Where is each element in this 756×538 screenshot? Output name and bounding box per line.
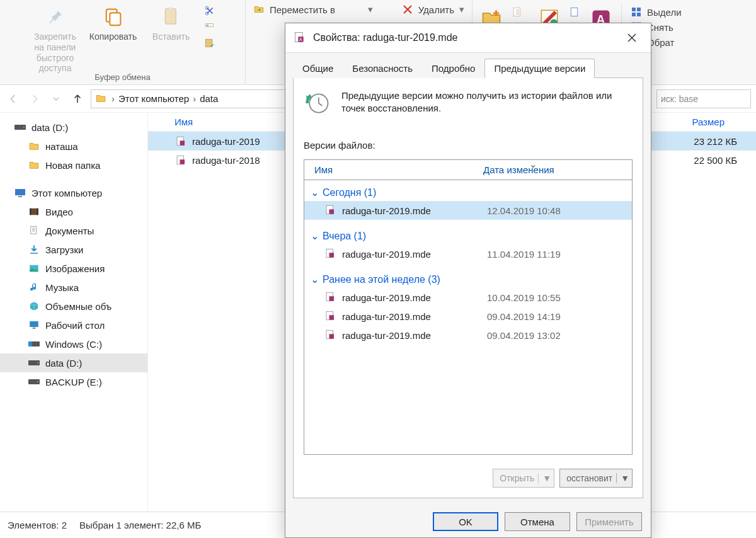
version-row[interactable]: raduga-tur-2019.mde 10.04.2019 10:55: [304, 288, 632, 307]
back-button[interactable]: [5, 91, 21, 107]
nav-music[interactable]: Музыка: [0, 278, 147, 297]
svg-rect-37: [31, 226, 37, 234]
version-date: 11.04.2019 11:19: [487, 249, 561, 260]
nav-data-d[interactable]: data (D:): [0, 118, 147, 137]
crumb-this-pc[interactable]: Этот компьютер: [118, 93, 189, 104]
chevron-down-icon: ⌄: [311, 186, 319, 198]
status-selected: Выбран 1 элемент: 22,6 МБ: [79, 520, 201, 530]
nav-3d-objects[interactable]: Объемные объ: [0, 297, 147, 316]
apply-button[interactable]: Применить: [576, 512, 642, 531]
version-row[interactable]: raduga-tur-2019.mde 09.04.2019 14:19: [304, 307, 632, 326]
select-all-icon: [631, 6, 642, 18]
restore-version-button[interactable]: осстановит▼: [559, 469, 633, 488]
nav-downloads[interactable]: Загрузки: [0, 240, 147, 259]
nav-new-folder[interactable]: Новая папка: [0, 156, 147, 175]
version-row[interactable]: raduga-tur-2019.mde 09.04.2019 13:02: [304, 326, 632, 345]
status-elements: Элементов: 2: [8, 520, 67, 530]
svg-rect-39: [30, 321, 38, 327]
paste-label: Вставить: [152, 31, 190, 42]
pictures-icon: [28, 262, 40, 275]
paste-icon: [162, 5, 181, 28]
chevron-down-icon[interactable]: ▾: [459, 4, 464, 15]
col-name[interactable]: Имя: [175, 117, 193, 127]
chevron-down-icon[interactable]: ▼: [616, 473, 629, 483]
search-input[interactable]: иск: base: [656, 89, 751, 108]
nav-data-d-2[interactable]: data (D:): [0, 353, 147, 372]
svg-rect-33: [18, 196, 22, 197]
close-button[interactable]: [618, 24, 646, 52]
open-version-button[interactable]: Открыть▼: [493, 469, 554, 488]
svg-rect-20: [632, 13, 636, 16]
copy-icon: [103, 5, 124, 28]
chevron-down-icon[interactable]: ▼: [538, 473, 551, 483]
version-date: 09.04.2019 14:19: [487, 311, 561, 322]
new-item-icon[interactable]: [512, 6, 523, 18]
select-all-button[interactable]: Выдели: [631, 6, 682, 18]
chevron-down-icon: ⌄: [311, 230, 319, 242]
move-to-label[interactable]: Переместить в: [270, 4, 335, 15]
svg-rect-3: [168, 7, 173, 10]
nav-documents[interactable]: Документы: [0, 221, 147, 240]
cancel-button[interactable]: Отмена: [505, 512, 570, 531]
nav-natasha[interactable]: наташа: [0, 137, 147, 156]
copy-label: Копировать: [89, 31, 137, 42]
drive-icon: [14, 121, 26, 134]
drive-icon: [28, 375, 40, 388]
version-file-name: raduga-tur-2019.mde: [342, 311, 487, 322]
svg-point-31: [23, 127, 25, 128]
history-clock-icon: [304, 89, 331, 117]
delete-icon: [402, 4, 413, 15]
mde-file-icon: [324, 204, 337, 217]
info-text: Предыдущие версии можно получить из исто…: [341, 89, 633, 115]
nav-desktop[interactable]: Рабочий стол: [0, 316, 147, 335]
paste-button[interactable]: Вставить: [142, 3, 200, 56]
file-size: 23 212 КБ: [674, 136, 756, 147]
tab-previous-versions[interactable]: Предыдущие версии: [484, 59, 595, 78]
properties-dialog: A Свойства: raduga-tur-2019.mde Общие Бе…: [285, 23, 651, 538]
version-group-title: Вчера (1): [323, 231, 366, 242]
versions-col-date[interactable]: Дата изменения: [481, 164, 632, 175]
tab-general[interactable]: Общие: [293, 59, 343, 78]
nav-pictures[interactable]: Изображения: [0, 259, 147, 278]
ok-button[interactable]: OK: [433, 512, 498, 531]
version-group-title: Ранее на этой неделе (3): [323, 274, 440, 285]
svg-rect-18: [632, 8, 636, 11]
version-row[interactable]: raduga-tur-2019.mde 11.04.2019 11:19: [304, 244, 632, 263]
tab-security[interactable]: Безопасность: [343, 59, 422, 78]
version-row[interactable]: raduga-tur-2019.mde 12.04.2019 10:48: [304, 201, 632, 220]
copy-path-icon[interactable]: w: [203, 20, 217, 34]
tab-details[interactable]: Подробно: [422, 59, 484, 78]
version-file-name: raduga-tur-2019.mde: [342, 330, 487, 341]
version-group-header[interactable]: ⌄ Вчера (1): [304, 227, 632, 244]
nav-backup-e[interactable]: BACKUP (E:): [0, 372, 147, 391]
folder-icon: [28, 140, 40, 152]
nav-video[interactable]: Видео: [0, 202, 147, 221]
svg-rect-1: [110, 13, 120, 25]
version-group-header[interactable]: ⌄ Сегодня (1): [304, 184, 632, 201]
mde-file-icon: [324, 329, 337, 341]
cut-icon[interactable]: [203, 4, 217, 18]
svg-rect-13: [571, 8, 578, 16]
version-group-header[interactable]: ⌄ Ранее на этой неделе (3): [304, 271, 632, 288]
chevron-down-icon: ⌄: [311, 273, 319, 285]
nav-windows-c[interactable]: Windows (C:): [0, 335, 147, 353]
chevron-down-icon[interactable]: ▾: [368, 4, 373, 15]
dialog-tabs: Общие Безопасность Подробно Предыдущие в…: [285, 53, 651, 77]
versions-col-name[interactable]: Имя: [304, 164, 481, 175]
svg-rect-21: [637, 13, 641, 16]
drive-icon: [28, 357, 40, 369]
delete-label[interactable]: Удалить: [418, 4, 454, 15]
col-size[interactable]: Размер: [692, 117, 756, 127]
drive-icon: [28, 338, 40, 350]
open-icon[interactable]: [570, 6, 581, 18]
up-button[interactable]: [69, 91, 86, 107]
copy-button[interactable]: Копировать: [84, 3, 142, 56]
forward-button[interactable]: [26, 91, 43, 107]
paste-shortcut-icon[interactable]: [203, 37, 217, 50]
svg-rect-19: [637, 8, 641, 11]
crumb-data[interactable]: data: [200, 93, 218, 104]
svg-rect-56: [329, 209, 335, 214]
recent-button[interactable]: [48, 91, 64, 107]
search-placeholder: иск: base: [661, 94, 698, 104]
nav-this-pc[interactable]: Этот компьютер: [0, 183, 147, 202]
